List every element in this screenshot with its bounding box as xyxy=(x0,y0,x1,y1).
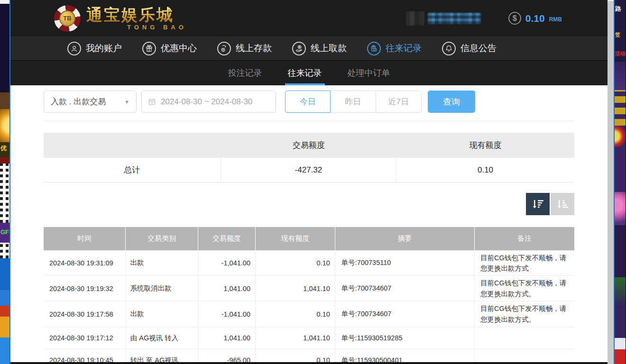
search-button[interactable]: 查询 xyxy=(428,91,475,113)
cell-time: 2024-08-30 19:17:58 xyxy=(44,301,125,327)
nav-label: 优惠中心 xyxy=(161,42,197,55)
cell-remark: 目前CG钱包下发不顺畅，请您更换出款方式 xyxy=(475,250,574,276)
bg-left-art xyxy=(0,92,9,109)
chevron-down-icon: ▼ xyxy=(124,99,129,105)
sort-ascending-icon xyxy=(555,197,570,211)
cell-summary: 单号:700734607 xyxy=(335,276,474,301)
bg-right-game-art xyxy=(615,306,626,364)
brand-subtitle: TONG BAO xyxy=(86,24,187,30)
bg-left-dark xyxy=(0,4,9,92)
user-icon xyxy=(67,42,81,55)
cell-time: 2024-08-30 19:17:12 xyxy=(44,327,125,349)
gift-icon xyxy=(142,42,156,55)
bg-left-qr-code xyxy=(0,164,9,223)
nav-label: 线上存款 xyxy=(236,42,272,55)
summary-balance-total: 0.10 xyxy=(396,158,574,182)
date-range-input[interactable]: 2024-08-30 ~ 2024-08-30 xyxy=(141,91,276,113)
cell-balance: 1,041.10 xyxy=(255,276,335,301)
brand-title: 通宝娱乐城 xyxy=(86,7,187,23)
dollar-coin-icon: $ xyxy=(508,12,521,25)
cell-type: 系统取消出款 xyxy=(125,276,198,301)
bg-left-coin xyxy=(0,109,9,142)
nav-item-my-account[interactable]: 我的账户 xyxy=(67,42,122,55)
bg-left-gf: GF xyxy=(0,223,9,243)
bg-left-qr-code-2 xyxy=(0,243,9,258)
bg-right-purple-2 xyxy=(615,147,626,192)
balance-currency: RMB xyxy=(549,16,562,23)
tab-pending-orders[interactable]: 处理中订单 xyxy=(346,61,392,85)
filter-row: 入款 . 出款交易 ▼ 2024-08-30 ~ 2024-08-30 今日 昨… xyxy=(44,91,574,113)
nav-item-online-withdrawal[interactable]: 线上取款 xyxy=(292,42,347,55)
summary-transaction-total: -427.32 xyxy=(221,158,396,182)
summary-total-label: 总计 xyxy=(44,158,221,182)
cell-type: 出款 xyxy=(125,301,198,327)
summary-table: 交易额度 现有额度 总计 -427.32 0.10 xyxy=(44,133,574,182)
calendar-icon xyxy=(148,98,156,106)
cell-remark: 目前CG钱包下发不顺畅，请您更换出款方式。 xyxy=(475,276,574,301)
top-header: TB 通宝娱乐城 TONG BAO $ 0.10 RMB xyxy=(10,0,608,36)
avatar xyxy=(406,11,424,26)
cell-remark: 目前CG钱包下发不顺畅，请您更换出款方式。 xyxy=(475,301,574,327)
divider xyxy=(44,121,574,121)
col-balance: 现有额度 xyxy=(255,227,335,250)
brand-text: 通宝娱乐城 TONG BAO xyxy=(86,7,187,30)
balance-amount: 0.10 xyxy=(525,13,545,24)
bell-icon xyxy=(442,42,456,55)
cell-time: 2024-08-30 19:31:09 xyxy=(44,250,125,276)
summary-header-balance: 现有额度 xyxy=(396,140,574,151)
nav-item-announcements[interactable]: 信息公告 xyxy=(442,42,497,55)
nav-item-online-deposit[interactable]: 线上存款 xyxy=(217,42,272,55)
bg-left-promo: 优 xyxy=(0,142,9,157)
cell-amount: -1,041.00 xyxy=(198,301,256,327)
cell-amount: 1,041.00 xyxy=(198,327,256,349)
nav-label: 往来记录 xyxy=(386,42,422,55)
chip-logo-label: TB xyxy=(59,10,75,27)
brand-logo[interactable]: TB 通宝娱乐城 TONG BAO xyxy=(54,5,187,32)
sort-descending-button[interactable] xyxy=(526,193,550,215)
bottom-edge xyxy=(10,362,608,364)
date-range-value: 2024-08-30 ~ 2024-08-30 xyxy=(161,97,252,107)
nav-item-transaction-records[interactable]: 往来记录 xyxy=(367,42,422,55)
sort-controls xyxy=(44,193,574,215)
bg-right-green xyxy=(615,277,626,306)
col-type: 交易类别 xyxy=(125,227,198,250)
cell-summary: 单号:700734607 xyxy=(335,301,474,327)
bg-left-white xyxy=(0,0,9,4)
content-area: 入款 . 出款交易 ▼ 2024-08-30 ~ 2024-08-30 今日 昨… xyxy=(10,85,608,364)
tab-betting-records[interactable]: 投注记录 xyxy=(226,61,264,85)
summary-total-row: 总计 -427.32 0.10 xyxy=(44,158,574,182)
bg-right-red-circle xyxy=(615,126,626,147)
main-nav: 我的账户 优惠中心 线上存款 线上取款 xyxy=(10,36,608,61)
scrollbar-track[interactable] xyxy=(608,0,614,364)
bg-right-dark: 路笠 xyxy=(615,0,626,47)
table-row: 2024-08-30 19:17:12由 AG视讯 转入1,041.001,04… xyxy=(44,327,574,349)
viewport: 优 GF TB 通宝娱乐城 TONG BAO $ xyxy=(0,0,626,364)
deposit-icon xyxy=(217,42,231,55)
table-row: 2024-08-30 19:19:32系统取消出款1,041.001,041.1… xyxy=(44,276,574,301)
summary-header-row: 交易额度 现有额度 xyxy=(44,133,574,158)
sort-descending-icon xyxy=(531,197,545,211)
balance-display[interactable]: $ 0.10 RMB xyxy=(508,12,562,25)
cell-type: 出款 xyxy=(125,250,198,276)
last7days-button[interactable]: 近7日 xyxy=(376,91,422,113)
transactions-table: 时间 交易类别 交易额度 现有额度 摘要 备注 2024-08-30 19:31… xyxy=(44,227,574,364)
bg-right-purple xyxy=(615,62,626,90)
yesterday-button[interactable]: 昨日 xyxy=(331,91,376,113)
cell-summary: 单号:115930519285 xyxy=(335,327,474,349)
transaction-type-select[interactable]: 入款 . 出款交易 ▼ xyxy=(44,91,137,113)
today-button[interactable]: 今日 xyxy=(285,91,331,113)
nav-item-promotions[interactable]: 优惠中心 xyxy=(142,42,197,55)
username-redacted[interactable] xyxy=(406,11,481,26)
cell-balance: 0.10 xyxy=(255,250,335,276)
bg-left-game-art xyxy=(0,258,9,364)
sort-ascending-button[interactable] xyxy=(551,193,574,215)
quick-date-button-group: 今日 昨日 近7日 xyxy=(285,91,422,113)
transactions-header: 时间 交易类别 交易额度 现有额度 摘要 备注 xyxy=(44,227,574,250)
bg-left-red xyxy=(0,157,9,164)
cell-time: 2024-08-30 19:19:32 xyxy=(44,276,125,301)
bg-right-candy-art xyxy=(615,192,626,225)
bg-right-activity: 活动 xyxy=(615,47,626,62)
background-right-sliver: 路笠 活动 xyxy=(614,0,626,364)
tab-transaction-records[interactable]: 往来记录 xyxy=(286,61,324,85)
record-tabs: 投注记录 往来记录 处理中订单 xyxy=(10,61,608,85)
